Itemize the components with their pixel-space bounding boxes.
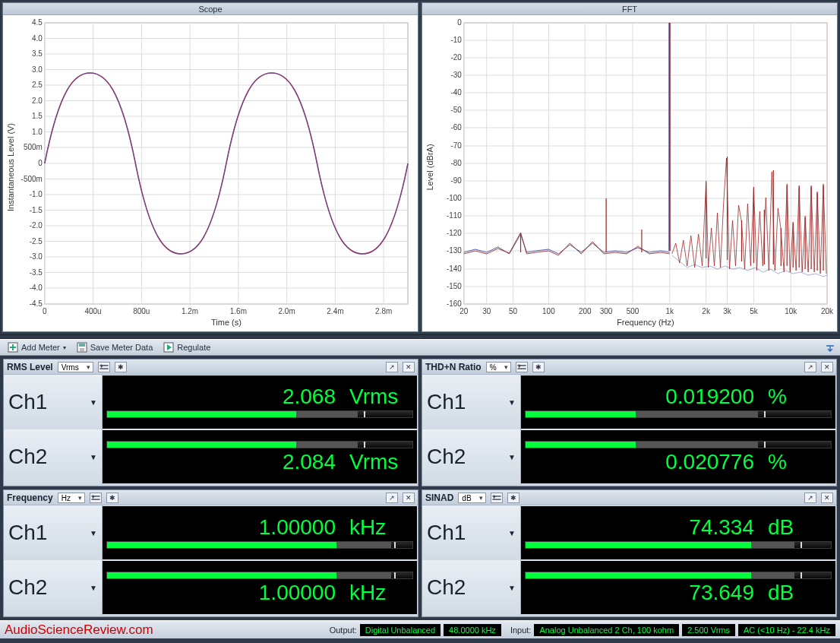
svg-text:2.5: 2.5 — [32, 81, 43, 89]
rms-ch1-label[interactable]: Ch1▼ — [4, 375, 103, 429]
svg-text:-60: -60 — [450, 123, 462, 131]
input-mode-pill[interactable]: Analog Unbalanced 2 Ch, 100 kohm — [534, 624, 679, 636]
sinad-ch1-readout: 74.334dB — [521, 506, 835, 559]
plus-icon — [8, 342, 18, 353]
gear-icon[interactable]: ✱ — [507, 493, 519, 503]
meter-rms: RMS Level Vrms ✱ ↗ ✕ Ch1▼ 2.068Vrms Ch2▼ — [3, 359, 418, 486]
collapse-icon[interactable] — [825, 342, 835, 353]
svg-rect-141 — [99, 368, 108, 369]
popout-icon[interactable]: ↗ — [386, 493, 398, 503]
svg-text:-150: -150 — [447, 282, 462, 290]
svg-text:-50: -50 — [450, 106, 462, 114]
fft-chart[interactable]: 0-10-20 -30-40-50 -60-70-80 -90-100-110 … — [422, 15, 837, 331]
svg-text:3.5: 3.5 — [32, 49, 43, 58]
svg-text:200: 200 — [579, 307, 592, 315]
svg-text:1.2m: 1.2m — [182, 307, 198, 315]
add-meter-label: Add Meter — [21, 343, 60, 352]
svg-text:1k: 1k — [666, 307, 674, 315]
regulate-label: Regulate — [177, 343, 210, 352]
svg-text:-140: -140 — [447, 264, 462, 273]
close-icon[interactable]: ✕ — [403, 362, 415, 372]
popout-icon[interactable]: ↗ — [804, 493, 816, 503]
popout-icon[interactable]: ↗ — [804, 362, 816, 372]
thdn-ch1-label[interactable]: Ch1▼ — [422, 375, 521, 429]
fft-panel: FFT — [422, 2, 838, 332]
svg-text:0: 0 — [43, 307, 47, 315]
input-bw-pill[interactable]: AC (<10 Hz) - 22.4 kHz — [738, 624, 835, 636]
regulate-button[interactable]: Regulate — [160, 341, 213, 353]
meters-grid: RMS Level Vrms ✱ ↗ ✕ Ch1▼ 2.068Vrms Ch2▼ — [0, 356, 840, 620]
svg-rect-143 — [517, 368, 526, 369]
close-icon[interactable]: ✕ — [403, 493, 415, 503]
rms-ch2-label[interactable]: Ch2▼ — [4, 429, 103, 484]
svg-text:2.4m: 2.4m — [327, 307, 343, 315]
fft-title: FFT — [422, 3, 837, 15]
input-level-pill[interactable]: 2.500 Vrms — [682, 624, 735, 636]
svg-rect-137 — [79, 344, 85, 347]
svg-text:30: 30 — [482, 307, 491, 315]
svg-text:1.5: 1.5 — [32, 112, 43, 120]
svg-text:10k: 10k — [785, 307, 797, 315]
svg-text:-4.0: -4.0 — [30, 283, 43, 292]
svg-text:-2.5: -2.5 — [30, 237, 43, 245]
status-bar: AudioScienceReview.com Output: Digital U… — [0, 620, 840, 638]
close-icon[interactable]: ✕ — [821, 362, 833, 372]
svg-text:100: 100 — [542, 307, 555, 315]
sinad-ch2-label[interactable]: Ch2▼ — [422, 560, 521, 615]
meter-freq-unit-select[interactable]: Hz — [58, 493, 85, 503]
chevron-down-icon: ▼ — [508, 453, 516, 461]
freq-ch2-label[interactable]: Ch2▼ — [4, 560, 103, 615]
freq-ch1-readout: 1.00000kHz — [103, 506, 417, 559]
chevron-down-icon: ▼ — [508, 398, 516, 407]
gear-icon[interactable]: ✱ — [106, 493, 118, 503]
svg-text:-2.0: -2.0 — [30, 221, 43, 230]
chevron-down-icon: ▼ — [90, 529, 97, 537]
thdn-ch2-readout: 0.020776% — [521, 430, 835, 483]
fft-xlabel: Frequency (Hz) — [617, 318, 674, 327]
save-meter-button[interactable]: Save Meter Data — [74, 341, 156, 353]
output-mode-pill[interactable]: Digital Unbalanced — [360, 624, 441, 636]
svg-text:-1.0: -1.0 — [30, 190, 43, 198]
svg-text:2.0m: 2.0m — [279, 307, 295, 315]
chevron-down-icon: ▼ — [508, 529, 516, 537]
sinad-ch1-label[interactable]: Ch1▼ — [422, 505, 521, 560]
settings-icon[interactable] — [90, 493, 102, 503]
meter-sinad-unit-select[interactable]: dB — [458, 493, 485, 503]
scope-title: Scope — [3, 3, 418, 15]
svg-text:20k: 20k — [821, 307, 833, 315]
meter-thdn: THD+N Ratio % ✱ ↗ ✕ Ch1▼ 0.019200% Ch2▼ — [422, 359, 837, 486]
svg-text:300: 300 — [600, 307, 613, 315]
meter-rms-unit-select[interactable]: Vrms — [58, 362, 93, 372]
svg-text:-500m: -500m — [21, 175, 43, 183]
svg-text:500: 500 — [627, 307, 639, 315]
settings-icon[interactable] — [98, 362, 110, 372]
popout-icon[interactable]: ↗ — [386, 362, 398, 372]
svg-text:-130: -130 — [447, 246, 462, 255]
rms-ch1-readout: 2.068Vrms — [103, 375, 417, 429]
gear-icon[interactable]: ✱ — [532, 362, 545, 372]
settings-icon[interactable] — [491, 493, 503, 503]
add-meter-button[interactable]: Add Meter ▾ — [5, 341, 69, 353]
sinad-ch2-readout: 73.649dB — [521, 561, 835, 614]
output-rate-pill[interactable]: 48.0000 kHz — [444, 624, 501, 636]
settings-icon[interactable] — [516, 362, 528, 372]
svg-text:1.6m: 1.6m — [230, 307, 247, 315]
svg-text:20: 20 — [459, 307, 469, 315]
svg-text:500m: 500m — [24, 143, 43, 151]
gear-icon[interactable]: ✱ — [115, 362, 127, 372]
meter-thdn-unit-select[interactable]: % — [486, 362, 511, 372]
svg-text:-90: -90 — [450, 176, 462, 185]
svg-text:3.0: 3.0 — [32, 65, 43, 74]
close-icon[interactable]: ✕ — [821, 493, 833, 503]
svg-text:400u: 400u — [84, 307, 101, 315]
svg-text:5k: 5k — [750, 307, 758, 315]
freq-ch2-readout: 1.00000kHz — [103, 561, 417, 614]
chevron-down-icon: ▼ — [90, 584, 97, 592]
svg-text:-10: -10 — [450, 36, 462, 44]
rms-ch2-readout: 2.084Vrms — [103, 430, 417, 483]
freq-ch1-label[interactable]: Ch1▼ — [4, 505, 103, 560]
scope-chart[interactable]: Pioneer VSX-LX303 S/PDIF In/Zone 2 Out — [3, 15, 418, 331]
input-label: Input: — [510, 626, 532, 635]
chevron-down-icon: ▼ — [508, 584, 516, 592]
thdn-ch2-label[interactable]: Ch2▼ — [422, 429, 521, 484]
